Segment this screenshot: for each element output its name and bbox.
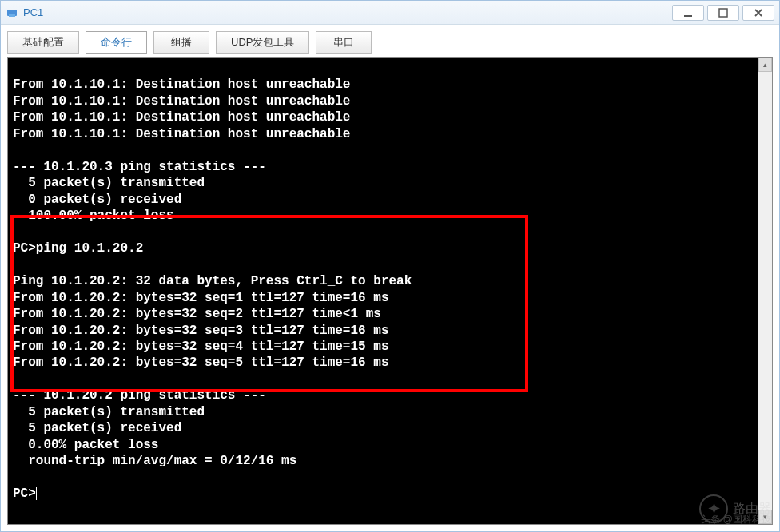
terminal-prompt-line[interactable]: PC>	[13, 486, 37, 501]
window-title: PC1	[23, 6, 672, 18]
terminal-line: From 10.1.20.2: bytes=32 seq=2 ttl=127 t…	[13, 307, 381, 321]
terminal-line: 5 packet(s) transmitted	[13, 176, 205, 190]
terminal-line: From 10.1.10.1: Destination host unreach…	[13, 77, 350, 92]
scroll-down-button[interactable]: ▾	[758, 510, 772, 524]
tab-command-line[interactable]: 命令行	[86, 31, 147, 54]
tab-strip: 基础配置 命令行 组播 UDP发包工具 串口	[7, 31, 773, 54]
vertical-scrollbar[interactable]: ▴ ▾	[758, 58, 772, 524]
terminal-line: Ping 10.1.20.2: 32 data bytes, Press Ctr…	[13, 274, 412, 288]
terminal-line: From 10.1.20.2: bytes=32 seq=4 ttl=127 t…	[13, 339, 388, 354]
terminal-line: 0.00% packet loss	[13, 438, 158, 452]
tab-udp-tool[interactable]: UDP发包工具	[216, 31, 309, 54]
terminal-line: 0 packet(s) received	[13, 193, 181, 207]
titlebar[interactable]: PC1	[1, 1, 779, 25]
scroll-up-button[interactable]: ▴	[758, 58, 772, 72]
terminal-line: --- 10.1.20.2 ping statistics ---	[13, 388, 266, 403]
terminal-panel: From 10.1.10.1: Destination host unreach…	[7, 57, 773, 525]
close-button[interactable]	[742, 5, 774, 21]
terminal-prompt: PC>	[13, 486, 36, 501]
app-window: PC1 基础配置 命令行 组播 UDP发包工具 串口 From 10.1.10.…	[0, 0, 780, 532]
tab-basic-config[interactable]: 基础配置	[7, 31, 79, 54]
terminal-line: From 10.1.20.2: bytes=32 seq=5 ttl=127 t…	[13, 355, 388, 370]
window-controls	[672, 5, 774, 21]
scrollbar-track[interactable]	[758, 72, 772, 510]
terminal-line: 5 packet(s) received	[13, 421, 181, 435]
terminal-output[interactable]: From 10.1.10.1: Destination host unreach…	[8, 58, 772, 506]
terminal-line: From 10.1.20.2: bytes=32 seq=3 ttl=127 t…	[13, 324, 388, 338]
terminal-line: From 10.1.20.2: bytes=32 seq=1 ttl=127 t…	[13, 291, 388, 305]
terminal-line: 100.00% packet loss	[13, 208, 174, 223]
svg-rect-3	[719, 9, 727, 17]
tab-serial[interactable]: 串口	[316, 31, 372, 54]
svg-rect-1	[9, 14, 15, 17]
content-area: 基础配置 命令行 组播 UDP发包工具 串口 From 10.1.10.1: D…	[1, 25, 779, 531]
terminal-line: From 10.1.10.1: Destination host unreach…	[13, 110, 350, 125]
terminal-line: From 10.1.10.1: Destination host unreach…	[13, 94, 350, 109]
terminal-cursor	[36, 487, 37, 500]
terminal-line: PC>ping 10.1.20.2	[13, 241, 143, 256]
terminal-line: round-trip min/avg/max = 0/12/16 ms	[13, 454, 296, 468]
app-icon	[6, 6, 18, 19]
terminal-line: From 10.1.10.1: Destination host unreach…	[13, 127, 350, 141]
terminal-line: 5 packet(s) transmitted	[13, 405, 205, 419]
maximize-button[interactable]	[707, 5, 739, 21]
minimize-button[interactable]	[672, 5, 704, 21]
tab-multicast[interactable]: 组播	[153, 31, 209, 54]
terminal-line: --- 10.1.20.3 ping statistics ---	[13, 160, 266, 174]
svg-rect-2	[684, 15, 692, 17]
